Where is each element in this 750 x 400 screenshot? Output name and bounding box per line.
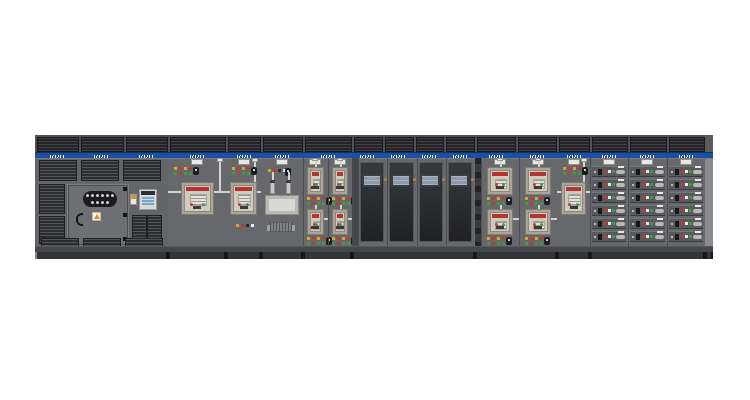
indicator-lamp — [525, 197, 528, 200]
drawer-handle[interactable] — [655, 209, 664, 213]
mcc-drawer-unit[interactable] — [669, 166, 703, 177]
drawer-handle[interactable] — [616, 183, 625, 187]
drawer-breaker-handle[interactable] — [636, 221, 640, 227]
feeder-acb[interactable] — [230, 182, 257, 215]
drawer-breaker-handle[interactable] — [675, 208, 679, 214]
drawer-breaker-handle[interactable] — [675, 221, 679, 227]
drawer-handle[interactable] — [693, 235, 702, 239]
drawer-handle[interactable] — [616, 222, 625, 226]
roof-vent-grille — [446, 137, 475, 152]
mcc-drawer-unit[interactable] — [592, 218, 626, 229]
upper-acb[interactable] — [525, 167, 551, 195]
drawer-handle[interactable] — [655, 196, 664, 200]
drawer-breaker-handle[interactable] — [636, 234, 640, 240]
hmi-display-screen[interactable] — [420, 174, 440, 187]
drawer-breaker-handle[interactable] — [598, 234, 602, 240]
drive-column-3 — [417, 158, 446, 246]
drawer-handle[interactable] — [655, 235, 664, 239]
control-toggle-switch[interactable] — [193, 167, 199, 175]
hmi-display-screen[interactable] — [391, 174, 411, 187]
upper-acb[interactable] — [307, 167, 324, 195]
mcc-drawer-unit[interactable] — [630, 192, 664, 203]
door-handle-icon[interactable] — [76, 213, 83, 226]
hmi-power-button[interactable] — [413, 178, 416, 181]
mcc-drawer-unit[interactable] — [669, 231, 703, 242]
controller-screen[interactable] — [142, 196, 154, 205]
drawer-breaker-handle[interactable] — [636, 195, 640, 201]
acb-faceplate — [564, 185, 583, 212]
drawer-label — [657, 218, 663, 220]
control-toggle-switch[interactable] — [582, 167, 588, 175]
indicator-lamp — [497, 242, 500, 245]
mcc-drawer-unit[interactable] — [592, 179, 626, 190]
mcc-drawer-unit[interactable] — [669, 179, 703, 190]
lower-acb[interactable] — [487, 209, 513, 235]
hmi-display-screen[interactable] — [362, 174, 382, 187]
quad-column-1 — [481, 158, 519, 246]
drawer-handle[interactable] — [693, 196, 702, 200]
acb-accent-bar — [337, 214, 344, 218]
hmi-power-button[interactable] — [471, 178, 474, 181]
drawer-handle[interactable] — [693, 209, 702, 213]
hmi-power-button[interactable] — [384, 178, 387, 181]
drawer-breaker-handle[interactable] — [636, 208, 640, 214]
mcc-drawer-unit[interactable] — [669, 205, 703, 216]
drawer-breaker-handle[interactable] — [598, 195, 602, 201]
feeder-acb[interactable] — [181, 182, 214, 215]
drawer-breaker-handle[interactable] — [675, 182, 679, 188]
indicator-row — [236, 224, 254, 227]
hmi-power-button[interactable] — [442, 178, 445, 181]
mcc-drawer-unit[interactable] — [630, 179, 664, 190]
drawer-handle[interactable] — [655, 222, 664, 226]
feeder-acb[interactable] — [561, 182, 586, 215]
mcc-drawer-unit[interactable] — [669, 192, 703, 203]
drawer-latch-dot — [594, 236, 596, 238]
drawer-breaker-handle[interactable] — [636, 169, 640, 175]
indicator-lamp — [312, 242, 315, 245]
hmi-display-screen[interactable] — [449, 174, 469, 187]
indicator-lamp — [332, 197, 335, 200]
control-toggle-switch[interactable] — [506, 197, 512, 205]
drawer-handle[interactable] — [616, 196, 625, 200]
mcc-drawer-unit[interactable] — [630, 218, 664, 229]
drawer-indicator-lamp — [608, 183, 611, 186]
upper-acb[interactable] — [487, 167, 513, 195]
drawer-breaker-handle[interactable] — [675, 195, 679, 201]
mcc-drawer-unit[interactable] — [630, 166, 664, 177]
roof-vent-grille — [126, 137, 168, 152]
drawer-handle[interactable] — [655, 183, 664, 187]
indicator-lamp — [535, 202, 538, 205]
mcc-drawer-unit[interactable] — [592, 166, 626, 177]
drawer-breaker-handle[interactable] — [598, 169, 602, 175]
mcc-drawer-unit[interactable] — [592, 231, 626, 242]
upper-acb[interactable] — [332, 167, 349, 195]
control-toggle-switch[interactable] — [544, 237, 550, 245]
drawer-breaker-handle[interactable] — [675, 234, 679, 240]
drawer-indicator-lamp — [612, 183, 615, 186]
mcc-drawer-unit[interactable] — [592, 192, 626, 203]
mcc-drawer-unit[interactable] — [592, 205, 626, 216]
drawer-handle[interactable] — [693, 222, 702, 226]
insert-cap — [292, 225, 295, 231]
mcc-drawer-unit[interactable] — [630, 205, 664, 216]
control-toggle-switch[interactable] — [506, 237, 512, 245]
drawer-handle[interactable] — [693, 170, 702, 174]
drawer-handle[interactable] — [616, 170, 625, 174]
indicator-lamp — [174, 172, 177, 175]
control-toggle-switch[interactable] — [251, 167, 257, 175]
drawer-breaker-handle[interactable] — [598, 182, 602, 188]
lower-acb[interactable] — [525, 209, 551, 235]
lower-acb[interactable] — [307, 209, 324, 235]
lower-acb[interactable] — [332, 209, 349, 235]
drawer-breaker-handle[interactable] — [598, 208, 602, 214]
drawer-breaker-handle[interactable] — [636, 182, 640, 188]
drawer-handle[interactable] — [693, 183, 702, 187]
drawer-handle[interactable] — [655, 170, 664, 174]
drawer-breaker-handle[interactable] — [598, 221, 602, 227]
drawer-breaker-handle[interactable] — [675, 169, 679, 175]
drawer-handle[interactable] — [616, 235, 625, 239]
mcc-drawer-unit[interactable] — [630, 231, 664, 242]
drawer-handle[interactable] — [616, 209, 625, 213]
control-toggle-switch[interactable] — [544, 197, 550, 205]
mcc-drawer-unit[interactable] — [669, 218, 703, 229]
